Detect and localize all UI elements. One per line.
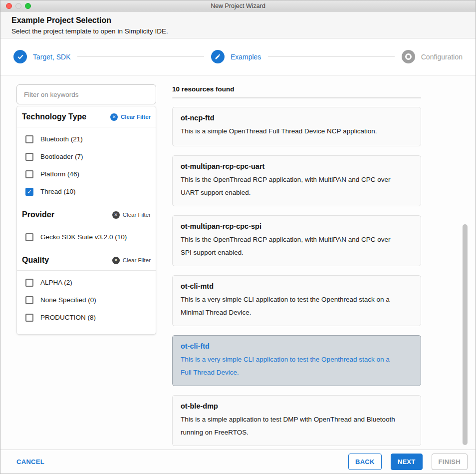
filter-option[interactable]: None Specified (0)	[17, 291, 156, 309]
filter-section-header-quality: Quality ✕ Clear Filter	[17, 250, 156, 270]
section-title: Provider	[22, 210, 54, 219]
example-card[interactable]: ot-ble-dmp This is a simple application …	[172, 395, 421, 446]
example-card-description: This is a very simple CLI application to…	[181, 293, 400, 319]
filter-section-header-technology-type: Technology Type ✕ Clear Filter	[17, 106, 156, 127]
checkbox[interactable]	[25, 279, 33, 287]
clear-filter-button[interactable]: ✕ Clear Filter	[110, 113, 151, 121]
step-configuration: Configuration	[402, 50, 463, 63]
clear-filter-label: Clear Filter	[121, 114, 151, 120]
filter-option-label: PRODUCTION (8)	[40, 314, 96, 321]
clear-circle-x-icon: ✕	[112, 211, 120, 219]
pencil-icon	[211, 50, 225, 63]
example-card-description: This is the OpenThread RCP application, …	[181, 173, 400, 199]
checkbox[interactable]	[25, 296, 33, 304]
filter-section-header-provider: Provider ✕ Clear Filter	[17, 204, 156, 225]
example-card-title: ot-multipan-rcp-cpc-spi	[181, 222, 413, 230]
filter-option-label: ALPHA (2)	[40, 279, 72, 286]
check-icon	[13, 50, 27, 63]
example-card[interactable]: ot-ncp-ftd This is a simple OpenThread F…	[172, 107, 421, 146]
back-button[interactable]: BACK	[348, 454, 382, 470]
page-title: Example Project Selection	[11, 16, 465, 25]
filter-option[interactable]: ALPHA (2)	[17, 274, 156, 291]
filter-option[interactable]: Bootloader (7)	[17, 148, 156, 165]
main-content: Technology Type ✕ Clear Filter Bluetooth…	[0, 75, 476, 450]
step-label: Examples	[231, 53, 261, 61]
filter-option-label: Bluetooth (21)	[40, 135, 83, 143]
example-card-description: This is the OpenThread RCP application, …	[181, 233, 400, 259]
example-card-list: ot-ncp-ftd This is a simple OpenThread F…	[172, 107, 421, 446]
filter-option[interactable]: Thread (10)	[17, 183, 156, 200]
filter-option-label: Bootloader (7)	[40, 153, 83, 160]
step-connector	[77, 56, 204, 57]
example-card-title: ot-ble-dmp	[181, 402, 413, 410]
step-examples[interactable]: Examples	[211, 50, 261, 63]
step-label: Configuration	[421, 53, 463, 61]
page-header: Example Project Selection Select the pro…	[0, 11, 476, 38]
clear-filter-label: Clear Filter	[123, 257, 151, 263]
filter-option[interactable]: Bluetooth (21)	[17, 130, 156, 148]
results-count: 10 resources found	[172, 84, 421, 93]
wizard-stepper: Target, SDK Examples Configuration	[0, 38, 476, 75]
cancel-button[interactable]: CANCEL	[16, 458, 44, 466]
quality-options: ALPHA (2) None Specified (0) PRODUCTION …	[17, 271, 156, 330]
zoom-window-button[interactable]	[25, 3, 31, 9]
traffic-lights	[6, 3, 31, 9]
filter-option[interactable]: Gecko SDK Suite v3.2.0 (10)	[17, 228, 156, 246]
example-card-description: This is a simple application to test DMP…	[181, 413, 400, 439]
keyword-filter-input[interactable]	[16, 84, 156, 104]
clear-filter-button[interactable]: ✕ Clear Filter	[112, 257, 151, 264]
new-project-wizard-window: New Project Wizard Example Project Selec…	[0, 0, 476, 474]
example-card-title: ot-ncp-ftd	[181, 114, 413, 122]
results-panel: 10 resources found ot-ncp-ftd This is a …	[172, 84, 421, 450]
filter-panel: Technology Type ✕ Clear Filter Bluetooth…	[16, 106, 156, 335]
clear-circle-x-icon: ✕	[112, 257, 120, 264]
example-card[interactable]: ot-cli-ftd This is a very simple CLI app…	[172, 335, 421, 386]
filter-sidebar: Technology Type ✕ Clear Filter Bluetooth…	[16, 84, 156, 450]
example-card[interactable]: ot-multipan-rcp-cpc-uart This is the Ope…	[172, 155, 421, 206]
footer-bar: CANCEL BACK NEXT FINISH	[0, 450, 476, 474]
technology-type-options: Bluetooth (21) Bootloader (7) Platform (…	[17, 127, 156, 204]
close-window-button[interactable]	[6, 3, 12, 9]
step-connector	[268, 56, 394, 57]
page-subtitle: Select the project template to open in S…	[11, 27, 465, 35]
filter-option-label: Gecko SDK Suite v3.2.0 (10)	[40, 233, 127, 241]
example-card-title: ot-cli-ftd	[181, 342, 413, 350]
dot-icon	[402, 50, 415, 63]
provider-options: Gecko SDK Suite v3.2.0 (10)	[17, 225, 156, 250]
checkbox[interactable]	[25, 314, 33, 322]
example-card[interactable]: ot-cli-mtd This is a very simple CLI app…	[172, 275, 421, 326]
clear-filter-button[interactable]: ✕ Clear Filter	[112, 211, 151, 219]
filter-option[interactable]: PRODUCTION (8)	[17, 309, 156, 326]
example-card-description: This is a simple OpenThread Full Thread …	[181, 125, 400, 138]
next-button[interactable]: NEXT	[391, 454, 423, 470]
window-title: New Project Wizard	[211, 2, 265, 9]
filter-option[interactable]: Platform (46)	[17, 165, 156, 183]
checkbox[interactable]	[25, 153, 33, 161]
filter-option-label: Platform (46)	[40, 170, 79, 178]
section-title: Quality	[22, 256, 49, 265]
minimize-window-button[interactable]	[15, 3, 21, 9]
filter-option-label: Thread (10)	[40, 188, 76, 195]
checkbox[interactable]	[25, 135, 33, 143]
example-card-title: ot-multipan-rcp-cpc-uart	[181, 162, 413, 170]
titlebar: New Project Wizard	[0, 0, 476, 11]
checkbox[interactable]	[25, 233, 33, 241]
step-label: Target, SDK	[33, 53, 70, 61]
clear-circle-x-icon: ✕	[110, 113, 118, 121]
example-card-description: This is a very simple CLI application to…	[181, 353, 400, 379]
section-title: Technology Type	[22, 112, 86, 121]
filter-option-label: None Specified (0)	[40, 296, 96, 304]
example-card-title: ot-cli-mtd	[181, 282, 413, 290]
finish-button[interactable]: FINISH	[432, 454, 468, 470]
clear-filter-label: Clear Filter	[123, 212, 151, 218]
divider	[172, 97, 421, 98]
vertical-scrollbar[interactable]	[463, 224, 468, 445]
example-card[interactable]: ot-multipan-rcp-cpc-spi This is the Open…	[172, 215, 421, 266]
checkbox[interactable]	[25, 170, 33, 178]
checkbox[interactable]	[25, 188, 33, 196]
step-target-sdk[interactable]: Target, SDK	[13, 50, 70, 63]
